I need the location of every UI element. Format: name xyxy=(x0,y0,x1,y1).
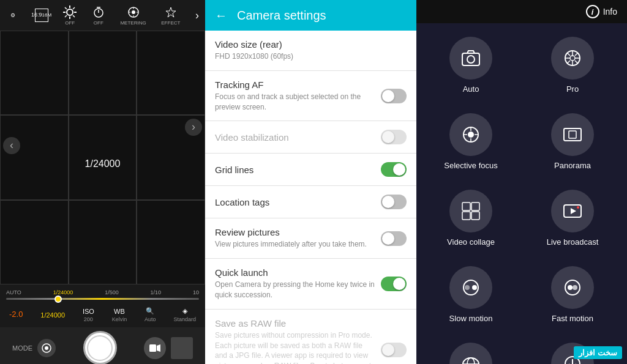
setting-title-video-stabilization: Video stabilization xyxy=(215,132,375,143)
svg-line-33 xyxy=(567,61,570,64)
wb-control[interactable]: WB Kelvin xyxy=(112,308,127,322)
settings-item-tracking-af[interactable]: Tracking AFFocus on and track a subject … xyxy=(205,71,416,122)
ratio-selector[interactable]: 16:916M xyxy=(35,9,48,22)
scale-3: 1/10 xyxy=(151,289,162,295)
mode-icon-selective-focus xyxy=(449,113,492,156)
mode-item-panorama[interactable]: Panorama xyxy=(524,106,621,177)
next-chevron[interactable]: › xyxy=(185,119,202,136)
settings-item-grid-lines[interactable]: Grid lines xyxy=(205,154,416,186)
mode-item-video-collage[interactable]: Video collage xyxy=(422,182,519,254)
toggle-grid-lines[interactable] xyxy=(381,162,407,177)
expand-icon[interactable]: › xyxy=(195,9,199,22)
mode-icon-panorama xyxy=(551,113,594,156)
shutter-button[interactable] xyxy=(83,331,117,364)
mode-label-pro: Pro xyxy=(566,84,579,94)
settings-icon[interactable]: ⚙ xyxy=(6,9,20,22)
mode-icon-video-collage xyxy=(449,190,492,232)
mode-label-video-collage: Video collage xyxy=(447,237,495,247)
settings-item-review-pictures[interactable]: Review picturesView pictures immediately… xyxy=(205,218,416,259)
toggle-thumb-quick-launch xyxy=(393,278,405,290)
mode-label-fast-motion: Fast motion xyxy=(552,314,593,323)
mode-icon-auto xyxy=(449,37,492,80)
settings-list: Video size (rear)FHD 1920x1080 (60fps)Tr… xyxy=(205,31,416,364)
svg-line-6 xyxy=(73,15,75,17)
toggle-thumb-tracking-af xyxy=(382,90,394,102)
camera-bottom-bar: MODE xyxy=(0,327,205,364)
toggle-tracking-af[interactable] xyxy=(381,89,407,103)
mode-item-auto[interactable]: Auto xyxy=(422,29,519,101)
metering-icon[interactable]: METERING xyxy=(120,6,146,26)
mode-label: MODE xyxy=(12,344,32,352)
mode-icon-virtual-shot xyxy=(449,343,492,364)
settings-item-video-stabilization[interactable]: Video stabilization xyxy=(205,121,416,154)
setting-sub-save-raw: Save pictures without compression in Pro… xyxy=(215,330,375,364)
mode-item-slow-motion[interactable]: Slow motion xyxy=(422,259,519,330)
settings-panel: ← Camera settings Video size (rear)FHD 1… xyxy=(205,0,416,364)
svg-rect-48 xyxy=(577,206,579,209)
svg-point-19 xyxy=(45,346,48,350)
scale-4: 10 xyxy=(193,289,199,295)
settings-item-save-raw[interactable]: Save as RAW fileSave pictures without co… xyxy=(205,310,416,364)
mode-panel: i Info AutoProSelective focusPanoramaVid… xyxy=(416,0,627,364)
svg-point-54 xyxy=(573,285,577,290)
camera-bottom-controls: AUTO 1/24000 1/500 1/10 10 -2.0 1/24000 … xyxy=(0,284,205,364)
setting-sub-quick-launch: Open Camera by pressing the Home key twi… xyxy=(215,280,375,300)
toggle-thumb-location-tags xyxy=(382,196,394,208)
setting-title-save-raw: Save as RAW file xyxy=(215,318,375,329)
mode-label-panorama: Panorama xyxy=(554,161,591,170)
svg-point-55 xyxy=(463,358,479,364)
hdr-toggle[interactable]: OFF xyxy=(63,6,77,26)
video-mode-button[interactable] xyxy=(144,337,166,359)
iso-control[interactable]: ISO 200 xyxy=(83,308,94,322)
mode-grid: AutoProSelective focusPanoramaVideo coll… xyxy=(416,23,627,364)
mode-panel-header: i Info xyxy=(416,0,627,23)
mode-item-live-broadcast[interactable]: Live broadcast xyxy=(524,182,621,254)
toggle-quick-launch[interactable] xyxy=(381,277,407,291)
back-button[interactable]: ← xyxy=(215,9,227,23)
timer-icon[interactable]: OFF xyxy=(92,6,105,26)
toggle-review-pictures[interactable] xyxy=(381,231,407,246)
prev-chevron[interactable]: ‹ xyxy=(3,137,20,154)
setting-title-video-size: Video size (rear) xyxy=(215,39,407,50)
mode-selector-icon[interactable] xyxy=(37,339,56,357)
mode-icon-pro xyxy=(551,37,594,80)
svg-line-5 xyxy=(65,7,67,9)
settings-item-quick-launch[interactable]: Quick launchOpen Camera by pressing the … xyxy=(205,259,416,310)
setting-sub-video-size: FHD 1920x1080 (60fps) xyxy=(215,51,407,62)
tone-control[interactable]: ◈ Standard xyxy=(173,307,196,322)
setting-title-location-tags: Location tags xyxy=(215,197,375,207)
mode-item-selective-focus[interactable]: Selective focus xyxy=(422,106,519,177)
gallery-thumbnail[interactable] xyxy=(171,337,193,359)
mode-item-virtual-shot[interactable]: Virtual shot xyxy=(422,335,519,364)
mode-item-pro[interactable]: Pro xyxy=(524,29,621,101)
mode-item-fast-motion[interactable]: Fast motion xyxy=(524,259,621,330)
svg-rect-43 xyxy=(471,202,479,210)
svg-point-25 xyxy=(570,56,575,61)
info-label: Info xyxy=(603,7,617,17)
info-button[interactable]: i Info xyxy=(586,5,617,18)
af-control[interactable]: 🔍 Auto xyxy=(145,307,156,322)
exposure-control[interactable]: -2.0 xyxy=(9,310,23,320)
effect-icon[interactable]: EFFECT xyxy=(161,6,180,26)
mode-icon-fast-motion xyxy=(551,266,594,309)
toggle-location-tags[interactable] xyxy=(381,195,407,209)
settings-item-location-tags[interactable]: Location tags xyxy=(205,186,416,218)
svg-rect-42 xyxy=(462,202,470,210)
shutter-control[interactable]: 1/24000 xyxy=(40,311,65,319)
toggle-thumb-review-pictures xyxy=(382,232,394,245)
mode-label-selective-focus: Selective focus xyxy=(444,161,497,170)
mode-icon-live-broadcast xyxy=(551,190,594,232)
svg-line-30 xyxy=(567,53,570,56)
toggle-save-raw xyxy=(381,343,407,357)
svg-point-35 xyxy=(468,132,474,138)
svg-line-32 xyxy=(575,53,578,56)
mode-label-live-broadcast: Live broadcast xyxy=(547,237,599,247)
svg-point-50 xyxy=(465,285,470,290)
svg-point-13 xyxy=(132,10,135,14)
setting-title-tracking-af: Tracking AF xyxy=(215,80,375,90)
toggle-video-stabilization xyxy=(381,130,407,144)
setting-title-quick-launch: Quick launch xyxy=(215,267,375,278)
shutter-scale-bar[interactable] xyxy=(6,298,199,300)
scale-1: 1/24000 xyxy=(53,289,73,295)
svg-line-8 xyxy=(65,15,67,17)
